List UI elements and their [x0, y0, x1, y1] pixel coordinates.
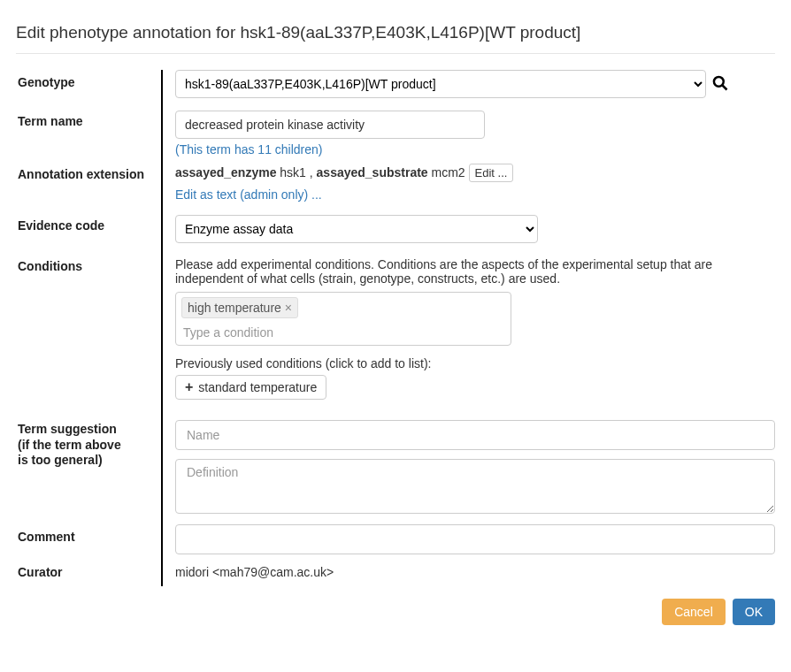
- ok-button[interactable]: OK: [733, 599, 775, 625]
- remove-tag-icon[interactable]: ×: [285, 301, 292, 315]
- previously-used-label: Previously used conditions (click to add…: [175, 356, 775, 370]
- condition-input[interactable]: [181, 322, 505, 341]
- label-term-name: Term name: [18, 111, 156, 164]
- edit-extension-button[interactable]: Edit ...: [469, 164, 514, 182]
- previously-used: Previously used conditions (click to add…: [175, 356, 775, 400]
- edit-annotation-dialog: Edit phenotype annotation for hsk1-89(aa…: [0, 0, 791, 639]
- fields-column: hsk1-89(aaL337P,E403K,L416P)[WT product]…: [175, 70, 775, 586]
- term-name-input[interactable]: [175, 111, 485, 139]
- edit-as-text-link[interactable]: Edit as text (admin only) ...: [175, 187, 322, 202]
- conditions-tag-box[interactable]: high temperature ×: [175, 292, 511, 346]
- conditions-row: Please add experimental conditions. Cond…: [175, 257, 775, 420]
- cancel-button[interactable]: Cancel: [662, 599, 726, 625]
- ext-key2: assayed_substrate: [317, 165, 428, 179]
- prev-condition-button[interactable]: + standard temperature: [175, 375, 326, 400]
- comment-row: [175, 524, 775, 563]
- svg-point-0: [714, 76, 724, 86]
- genotype-select[interactable]: hsk1-89(aaL337P,E403K,L416P)[WT product]: [175, 70, 706, 98]
- label-comment: Comment: [18, 524, 156, 563]
- conditions-help-text: Please add experimental conditions. Cond…: [175, 257, 775, 286]
- label-curator: Curator: [18, 563, 156, 581]
- comment-input[interactable]: [175, 524, 775, 554]
- evidence-row: Enzyme assay data: [175, 215, 775, 257]
- term-name-row: (This term has 11 children): [175, 111, 775, 164]
- ext-sep: ,: [310, 165, 317, 179]
- term-children-link[interactable]: (This term has 11 children): [175, 142, 323, 157]
- suggestion-name-input[interactable]: [175, 420, 775, 450]
- term-suggestion-row: [175, 420, 775, 524]
- label-evidence-code: Evidence code: [18, 215, 156, 257]
- labels-column: Genotype Term name Annotation extension …: [16, 70, 163, 586]
- ext-val1: hsk1: [280, 165, 306, 179]
- plus-icon: +: [185, 380, 193, 394]
- label-conditions: Conditions: [18, 257, 156, 420]
- label-term-suggestion-main: Term suggestion: [18, 422, 117, 436]
- condition-tag-label: high temperature: [188, 301, 281, 315]
- label-term-suggestion-sub1: (if the term above: [18, 438, 121, 452]
- dialog-footer: Cancel OK: [16, 586, 775, 625]
- label-term-suggestion-sub2: is too general): [18, 453, 103, 467]
- svg-line-1: [723, 85, 727, 89]
- curator-value: midori <mah79@cam.ac.uk>: [175, 563, 775, 579]
- genotype-row: hsk1-89(aaL337P,E403K,L416P)[WT product]: [175, 70, 775, 111]
- prev-condition-label: standard temperature: [198, 380, 317, 394]
- condition-tag: high temperature ×: [181, 297, 298, 318]
- ext-val2: mcm2: [432, 165, 465, 179]
- label-genotype: Genotype: [18, 70, 156, 111]
- label-annotation-extension: Annotation extension: [18, 164, 156, 215]
- evidence-select[interactable]: Enzyme assay data: [175, 215, 538, 243]
- dialog-title: Edit phenotype annotation for hsk1-89(aa…: [16, 14, 775, 54]
- label-term-suggestion: Term suggestion (if the term above is to…: [18, 420, 156, 524]
- form-body: Genotype Term name Annotation extension …: [16, 70, 775, 586]
- ext-key1: assayed_enzyme: [175, 165, 276, 179]
- suggestion-definition-textarea[interactable]: [175, 459, 775, 514]
- annotation-extension-row: assayed_enzyme hsk1 , assayed_substrate …: [175, 164, 775, 215]
- search-icon[interactable]: [711, 74, 729, 95]
